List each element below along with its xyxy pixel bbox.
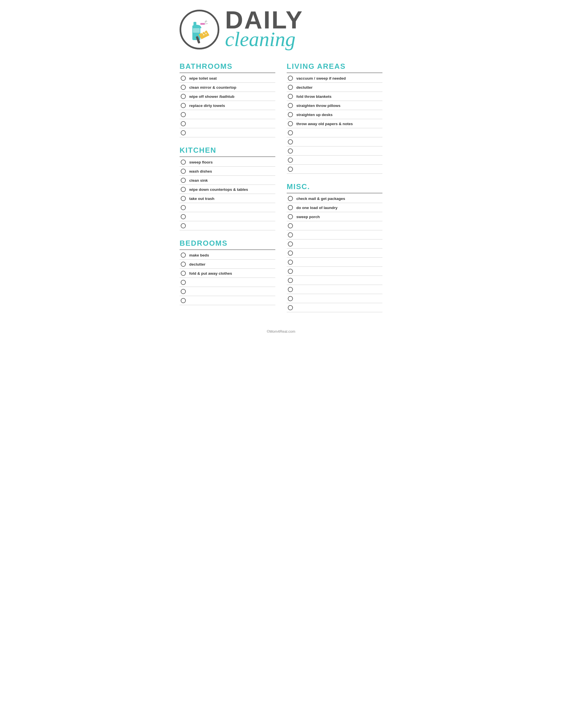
checkbox[interactable] bbox=[288, 167, 293, 172]
list-item[interactable]: throw away old papers & notes bbox=[287, 119, 382, 128]
item-text: make beds bbox=[189, 253, 209, 257]
checkbox[interactable] bbox=[288, 305, 293, 310]
list-item[interactable]: clean sink bbox=[180, 176, 275, 185]
checkbox[interactable] bbox=[181, 121, 186, 126]
checkbox[interactable] bbox=[181, 112, 186, 117]
checkbox[interactable] bbox=[288, 278, 293, 283]
list-item[interactable]: fold throw blankets bbox=[287, 92, 382, 101]
checkbox[interactable] bbox=[288, 196, 293, 201]
item-text: replace dirty towels bbox=[189, 104, 225, 108]
list-item[interactable] bbox=[180, 287, 275, 296]
list-item[interactable]: wipe down countertops & tables bbox=[180, 185, 275, 194]
checkbox[interactable] bbox=[181, 280, 186, 285]
living-areas-title: LIVING AREAS bbox=[287, 62, 382, 71]
list-item[interactable] bbox=[180, 212, 275, 221]
checkbox[interactable] bbox=[181, 85, 186, 90]
list-item[interactable] bbox=[287, 294, 382, 303]
list-item[interactable]: clean mirror & countertop bbox=[180, 83, 275, 92]
checkbox[interactable] bbox=[288, 296, 293, 301]
checkbox[interactable] bbox=[288, 85, 293, 90]
checkbox[interactable] bbox=[288, 76, 293, 81]
list-item[interactable] bbox=[287, 128, 382, 137]
checkbox[interactable] bbox=[181, 223, 186, 228]
list-item[interactable] bbox=[287, 303, 382, 312]
checkbox[interactable] bbox=[181, 94, 186, 99]
checkbox[interactable] bbox=[288, 232, 293, 237]
checkbox[interactable] bbox=[288, 287, 293, 292]
checkbox[interactable] bbox=[181, 169, 186, 174]
list-item[interactable]: sweep porch bbox=[287, 212, 382, 221]
list-item[interactable]: sweep floors bbox=[180, 158, 275, 167]
misc-divider bbox=[287, 193, 382, 193]
list-item[interactable] bbox=[287, 249, 382, 258]
list-item[interactable]: declutter bbox=[180, 260, 275, 269]
living-areas-list: vaccuum / sweep if needed declutter fold… bbox=[287, 74, 382, 174]
list-item[interactable] bbox=[287, 258, 382, 267]
checkbox[interactable] bbox=[181, 103, 186, 108]
list-item[interactable] bbox=[287, 156, 382, 165]
list-item[interactable]: wipe off shower /bathtub bbox=[180, 92, 275, 101]
item-text: sweep porch bbox=[296, 215, 320, 219]
list-item[interactable] bbox=[287, 165, 382, 174]
checkbox[interactable] bbox=[181, 289, 186, 294]
checkbox[interactable] bbox=[181, 253, 186, 258]
list-item[interactable]: fold & put away clothes bbox=[180, 269, 275, 278]
checkbox[interactable] bbox=[288, 130, 293, 135]
checkbox[interactable] bbox=[288, 103, 293, 108]
checkbox[interactable] bbox=[288, 94, 293, 99]
list-item[interactable]: wash dishes bbox=[180, 167, 275, 176]
list-item[interactable] bbox=[287, 285, 382, 294]
checkbox[interactable] bbox=[288, 251, 293, 256]
list-item[interactable]: straighten throw pillows bbox=[287, 101, 382, 110]
item-text: clean mirror & countertop bbox=[189, 85, 237, 90]
checkbox[interactable] bbox=[288, 241, 293, 247]
list-item[interactable]: vaccuum / sweep if needed bbox=[287, 74, 382, 83]
list-item[interactable] bbox=[287, 146, 382, 156]
list-item[interactable]: check mail & get packages bbox=[287, 194, 382, 203]
checkbox[interactable] bbox=[288, 214, 293, 219]
checkbox[interactable] bbox=[181, 130, 186, 135]
checkbox[interactable] bbox=[181, 205, 186, 210]
bedrooms-list: make beds declutter fold & put away clot… bbox=[180, 251, 275, 305]
list-item[interactable]: make beds bbox=[180, 251, 275, 260]
list-item[interactable]: declutter bbox=[287, 83, 382, 92]
list-item[interactable] bbox=[287, 221, 382, 230]
list-item[interactable] bbox=[180, 119, 275, 128]
list-item[interactable] bbox=[180, 128, 275, 137]
checkbox[interactable] bbox=[288, 148, 293, 154]
list-item[interactable] bbox=[287, 267, 382, 276]
checkbox[interactable] bbox=[181, 214, 186, 219]
list-item[interactable] bbox=[287, 230, 382, 239]
item-text: throw away old papers & notes bbox=[296, 122, 353, 126]
checkbox[interactable] bbox=[181, 187, 186, 192]
list-item[interactable] bbox=[180, 110, 275, 119]
checkbox[interactable] bbox=[288, 139, 293, 144]
checkbox[interactable] bbox=[181, 196, 186, 201]
list-item[interactable] bbox=[287, 239, 382, 249]
list-item[interactable] bbox=[180, 203, 275, 212]
checkbox[interactable] bbox=[288, 205, 293, 210]
checkbox[interactable] bbox=[288, 121, 293, 126]
checkbox[interactable] bbox=[288, 269, 293, 274]
list-item[interactable] bbox=[287, 276, 382, 285]
checkbox[interactable] bbox=[181, 298, 186, 303]
list-item[interactable] bbox=[180, 278, 275, 287]
list-item[interactable] bbox=[180, 296, 275, 305]
list-item[interactable]: do one load of laundry bbox=[287, 203, 382, 212]
checkbox[interactable] bbox=[181, 76, 186, 81]
bathrooms-title: BATHROOMS bbox=[180, 62, 275, 71]
checkbox[interactable] bbox=[181, 271, 186, 276]
list-item[interactable]: straighten up desks bbox=[287, 110, 382, 119]
checkbox[interactable] bbox=[181, 178, 186, 183]
checkbox[interactable] bbox=[288, 223, 293, 228]
list-item[interactable] bbox=[287, 137, 382, 146]
list-item[interactable] bbox=[180, 221, 275, 230]
list-item[interactable]: take out trash bbox=[180, 194, 275, 203]
checkbox[interactable] bbox=[288, 112, 293, 117]
list-item[interactable]: wipe toilet seat bbox=[180, 74, 275, 83]
list-item[interactable]: replace dirty towels bbox=[180, 101, 275, 110]
checkbox[interactable] bbox=[181, 160, 186, 165]
checkbox[interactable] bbox=[181, 262, 186, 267]
checkbox[interactable] bbox=[288, 260, 293, 265]
checkbox[interactable] bbox=[288, 158, 293, 163]
